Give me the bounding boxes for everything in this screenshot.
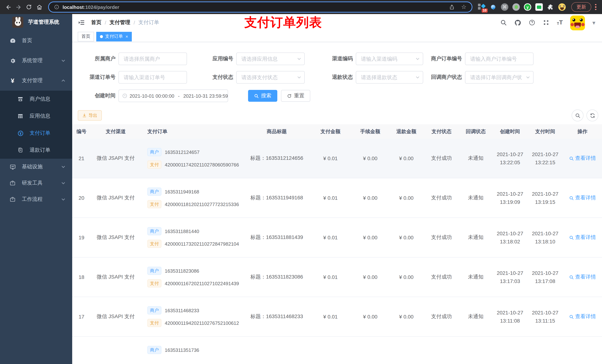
create-time-range-input[interactable]: 2021-10-01 00:00:00 - 2021-10-31 23:59:5… xyxy=(118,90,228,102)
cell-created-time: 2021-10-2713:22:05 xyxy=(492,139,527,178)
sidebar-item-pay-order[interactable]: 支付订单 xyxy=(0,125,72,142)
pay-order-line: 支付 4200001174202110278060590766 xyxy=(147,161,239,169)
cell-paid-time: 2021-10-2713:22:15 xyxy=(527,139,563,178)
fullscreen-icon[interactable] xyxy=(543,19,549,26)
merchant-input[interactable] xyxy=(118,52,187,65)
toggle-search-icon[interactable] xyxy=(572,110,583,121)
extension-icon-chat[interactable] xyxy=(535,3,543,11)
col-notify-status: 回调状态 xyxy=(459,128,492,135)
export-button[interactable]: 导出 xyxy=(78,110,102,121)
channel-code-select[interactable] xyxy=(356,52,423,65)
cell-actions: 查看详情 xyxy=(563,139,602,178)
app-title: 芋道管理系统 xyxy=(28,19,59,26)
view-detail-link[interactable]: 查看详情 xyxy=(569,195,596,201)
app-input[interactable] xyxy=(236,52,305,65)
extension-icon-pin[interactable] xyxy=(489,3,497,11)
forward-icon[interactable] xyxy=(13,2,24,12)
sidebar-item-pay[interactable]: ¥ 支付管理 xyxy=(0,71,72,91)
active-dot xyxy=(100,35,103,38)
callback-status-select[interactable] xyxy=(465,71,534,83)
refund-status-select[interactable] xyxy=(356,71,423,83)
extension-icon-command[interactable]: ⌘ xyxy=(501,3,509,11)
back-icon[interactable] xyxy=(3,2,13,12)
help-icon[interactable] xyxy=(529,19,535,26)
browser-menu-icon[interactable] xyxy=(593,3,599,11)
info-icon[interactable] xyxy=(54,4,59,10)
search-icon[interactable] xyxy=(500,19,507,26)
breadcrumb-separator: / xyxy=(105,20,106,26)
pay-order-line: 支付 4200001181202110277723215336 xyxy=(147,200,239,208)
merchant-field[interactable] xyxy=(118,52,187,65)
breadcrumb-pay-mgmt[interactable]: 支付管理 xyxy=(110,19,130,26)
pay-tag: 支付 xyxy=(147,200,161,208)
tag-close-icon[interactable]: × xyxy=(126,34,128,39)
sidebar-item-merchant-info[interactable]: 商户信息 xyxy=(0,91,72,108)
pay-status-input[interactable] xyxy=(236,71,305,83)
refund-status-input[interactable] xyxy=(356,71,423,83)
breadcrumb-home[interactable]: 首页 xyxy=(91,19,101,26)
browser-update-button[interactable]: 更新 xyxy=(571,2,591,12)
app-select[interactable] xyxy=(236,52,305,65)
home-icon[interactable] xyxy=(34,2,44,12)
font-size-icon[interactable]: TT xyxy=(557,20,563,26)
table-header: 编号 支付渠道 支付订单 商品标题 支付金额 手续金额 退款金额 支付状态 回调… xyxy=(72,124,602,139)
reload-icon[interactable] xyxy=(24,2,34,12)
cell-id: 20 xyxy=(72,178,91,218)
merchant-order-no-field[interactable] xyxy=(465,52,534,65)
extension-icon-greendot[interactable] xyxy=(512,3,520,11)
sidebar-item-label: 支付管理 xyxy=(22,77,43,84)
extension-icon-y[interactable]: y xyxy=(524,3,532,11)
sidebar-item-infrastructure[interactable]: 基础设施 xyxy=(0,159,72,175)
channel-order-no-input[interactable] xyxy=(118,71,187,83)
cell-notify-status: 未通知 xyxy=(459,258,492,297)
sidebar-item-dev-tools[interactable]: 研发工具 xyxy=(0,175,72,191)
sidebar-item-app-info[interactable]: 应用信息 xyxy=(0,108,72,125)
pay-status-select[interactable] xyxy=(236,71,305,83)
breadcrumb: 首页 / 支付管理 / 支付订单 xyxy=(91,19,159,26)
sidebar-toggle-icon[interactable] xyxy=(78,19,85,26)
col-pay-order: 支付订单 xyxy=(141,128,244,135)
tag-pay-order[interactable]: 支付订单 × xyxy=(96,32,132,41)
channel-order-no-field[interactable] xyxy=(118,71,187,83)
create-time-label: 创建时间 xyxy=(72,93,116,99)
cell-fee: ¥ 0.00 xyxy=(352,297,389,336)
share-icon[interactable] xyxy=(449,4,454,10)
url-bar[interactable]: localhost:1024/pay/order ☆ xyxy=(48,1,473,13)
sidebar-item-system[interactable]: 系统管理 xyxy=(0,51,72,71)
caret-down-icon[interactable]: ▾ xyxy=(592,19,595,26)
breadcrumb-separator: / xyxy=(134,20,135,26)
extension-badge: 10 xyxy=(482,9,488,13)
cell-actions xyxy=(563,337,602,364)
view-detail-link[interactable]: 查看详情 xyxy=(569,313,596,320)
channel-code-input[interactable] xyxy=(356,52,423,65)
pay-status-label: 支付状态 xyxy=(191,74,233,81)
sidebar-item-label: 基础设施 xyxy=(22,164,43,170)
search-button[interactable]: 搜索 xyxy=(248,90,277,102)
cell-title: 标题：1635311823086 xyxy=(244,258,309,297)
reset-button[interactable]: 重置 xyxy=(281,90,310,102)
tags-view-bar: 首页 支付订单 × xyxy=(72,31,602,42)
bookmark-star-icon[interactable]: ☆ xyxy=(461,4,466,10)
callback-status-input[interactable] xyxy=(465,71,534,83)
cell-amount: ¥ 0.01 xyxy=(309,218,352,257)
user-avatar[interactable] xyxy=(570,16,585,30)
sidebar-item-home[interactable]: 首页 xyxy=(0,31,72,51)
view-detail-link[interactable]: 查看详情 xyxy=(569,274,596,281)
sidebar: 芋道管理系统 首页 系统管理 ¥ 支付管理 xyxy=(0,14,72,364)
sidebar-item-refund-order[interactable]: 退款订单 xyxy=(0,142,72,159)
refresh-icon[interactable] xyxy=(586,110,598,121)
filter-row-3: 创建时间 2021-10-01 00:00:00 - 2021-10-31 23… xyxy=(72,90,602,102)
app-label: 应用编号 xyxy=(191,55,233,62)
view-detail-link[interactable]: 查看详情 xyxy=(569,155,596,162)
sidebar-item-label: 工作流程 xyxy=(22,196,43,203)
sidebar-item-label: 商户信息 xyxy=(30,96,50,103)
github-icon[interactable] xyxy=(514,19,521,26)
merchant-tag: 商户 xyxy=(147,306,161,314)
merchant-order-no-input[interactable] xyxy=(465,52,534,65)
sidebar-item-workflow[interactable]: 工作流程 xyxy=(0,191,72,208)
extension-icon-emoji[interactable] xyxy=(558,3,566,11)
tag-home[interactable]: 首页 xyxy=(78,32,94,41)
extension-icon-squares[interactable]: 10 xyxy=(478,3,486,11)
view-detail-link[interactable]: 查看详情 xyxy=(569,234,596,241)
extension-icon-puzzle[interactable] xyxy=(547,3,555,11)
